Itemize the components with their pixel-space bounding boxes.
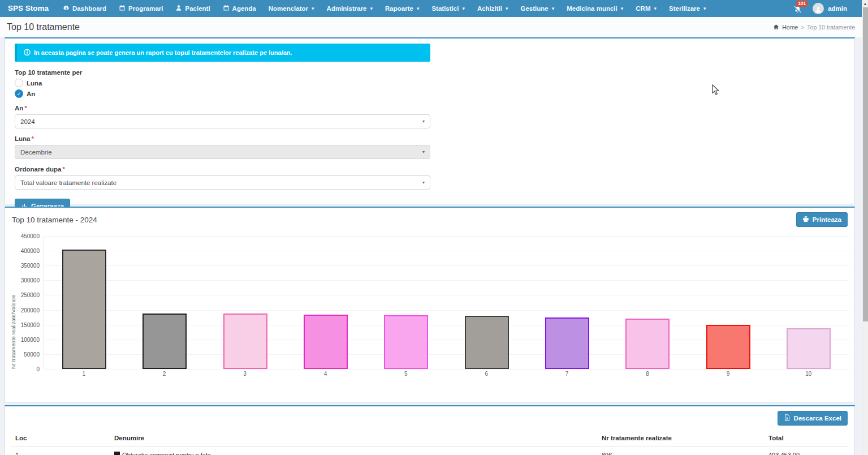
navbar-right: 101 admin [792, 0, 862, 17]
chevron-down-icon: ▾ [621, 6, 624, 11]
x-tick-label: 5 [366, 369, 446, 377]
nav-item-medicina-muncii[interactable]: Medicina muncii▾ [560, 0, 629, 17]
x-tick-label: 6 [446, 369, 526, 377]
chart-bar [62, 250, 106, 369]
info-alert: ⓘ In aceasta pagina se poate genera un r… [15, 44, 430, 62]
radio-an-control[interactable]: ✓ [15, 89, 23, 98]
chevron-down-icon: ▾ [703, 6, 706, 11]
luna-select: Decembrie ▾ [15, 145, 430, 159]
an-select[interactable]: 2024 ▾ [15, 114, 430, 128]
main-menu: DashboardProgramariPacientiAgendaNomencl… [57, 0, 792, 17]
nav-item-label: Dashboard [72, 5, 106, 12]
nav-item-label: CRM [636, 5, 650, 12]
calendar-icon [223, 5, 230, 12]
excel-file-icon [784, 414, 791, 422]
nav-item-label: Rapoarte [385, 5, 413, 12]
excel-button-label: Descarca Excel [794, 415, 841, 422]
x-tick-label: 10 [768, 369, 849, 377]
username: admin [828, 5, 847, 12]
chevron-down-icon: ▾ [654, 6, 657, 11]
page-scrollbar[interactable]: ▲ [862, 0, 868, 455]
breadcrumb: Home > Top 10 tratamente [773, 24, 855, 31]
chevron-down-icon: ▾ [462, 6, 465, 11]
page-title: Top 10 tratamente [7, 22, 80, 32]
user-icon [175, 5, 182, 12]
breadcrumb-home-link[interactable]: Home [782, 24, 798, 31]
chevron-down-icon: ▾ [417, 6, 420, 11]
bar-chart: Nr tratamente realizate/Valoare 05000010… [5, 230, 854, 369]
chart-bar [223, 314, 267, 369]
nav-item-agenda[interactable]: Agenda [217, 0, 262, 17]
y-tick-label: 300000 [21, 277, 40, 284]
nav-item-achizitii[interactable]: Achizitii▾ [471, 0, 515, 17]
series-color-swatch [114, 452, 120, 455]
chevron-down-icon: ▾ [422, 119, 425, 124]
ordonare-select[interactable]: Total valoare tratamente realizate ▾ [15, 175, 430, 190]
gridline [44, 369, 849, 370]
nav-item-dashboard[interactable]: Dashboard [57, 0, 113, 17]
radio-an[interactable]: ✓ An [15, 89, 430, 98]
chevron-down-icon: ▾ [552, 6, 555, 11]
chart-bar [465, 316, 509, 369]
nav-item-gestiune[interactable]: Gestiune▾ [515, 0, 561, 17]
notifications-button[interactable]: 101 [792, 0, 805, 17]
chevron-down-icon: ▾ [422, 149, 425, 154]
ordonare-select-value: Total valoare tratamente realizate [20, 179, 116, 186]
chart-bar [625, 319, 670, 369]
y-tick-label: 150000 [21, 321, 40, 328]
info-icon: ⓘ [24, 48, 31, 58]
nav-item-sterilizare[interactable]: Sterilizare▾ [663, 0, 712, 17]
column-header: Loc [11, 430, 110, 447]
x-tick-label: 9 [688, 369, 768, 377]
breadcrumb-current: Top 10 tratamente [807, 24, 855, 31]
chevron-down-icon: ▾ [312, 6, 314, 11]
y-tick-label: 0 [36, 366, 40, 372]
chart-bar [545, 317, 589, 369]
nav-item-nomenclator[interactable]: Nomenclator▾ [262, 0, 321, 17]
nav-item-statistici[interactable]: Statistici▾ [425, 0, 470, 17]
x-tick-label: 2 [124, 369, 204, 377]
chart-bar [304, 315, 348, 369]
nav-item-label: Achizitii [477, 5, 502, 12]
scrollbar-up-arrow[interactable]: ▲ [862, 0, 868, 7]
y-tick-label: 100000 [21, 336, 40, 342]
download-excel-button[interactable]: Descarca Excel [778, 411, 848, 426]
radio-an-label: An [27, 91, 35, 97]
radio-luna-label: Luna [27, 80, 42, 87]
nav-item-programari[interactable]: Programari [113, 0, 169, 17]
user-menu[interactable]: admin [813, 3, 847, 14]
content-header: Top 10 tratamente Home > Top 10 tratamen… [0, 17, 862, 37]
info-alert-text: In aceasta pagina se poate genera un rap… [34, 49, 292, 56]
app-brand[interactable]: SPS Stoma [0, 0, 57, 17]
avatar [813, 3, 824, 14]
results-table-panel: Descarca Excel LocDenumireNr tratamente … [5, 405, 855, 455]
column-header: Total [764, 430, 849, 447]
nav-item-rapoarte[interactable]: Rapoarte▾ [379, 0, 425, 17]
nav-item-administrare[interactable]: Administrare▾ [321, 0, 379, 17]
print-button[interactable]: Printeaza [796, 212, 848, 227]
cell-total: 403,453.00 [764, 447, 849, 455]
x-tick-label: 4 [285, 369, 365, 377]
nav-item-label: Nomenclator [269, 5, 308, 12]
chart-bar [706, 325, 750, 369]
y-tick-label: 250000 [21, 292, 40, 298]
scrollbar-thumb[interactable] [863, 7, 868, 321]
chart-panel: Top 10 tratamente - 2024 Printeaza Nr tr… [5, 207, 855, 402]
nav-item-label: Programari [128, 5, 163, 12]
radio-luna-control[interactable] [15, 79, 23, 87]
home-icon [773, 24, 779, 31]
nav-item-pacienti[interactable]: Pacienti [169, 0, 216, 17]
nav-item-label: Agenda [232, 5, 256, 12]
an-select-value: 2024 [20, 118, 35, 125]
y-tick-label: 200000 [21, 307, 40, 313]
radio-luna[interactable]: Luna [15, 79, 430, 87]
x-axis-labels: 12345678910 [44, 369, 849, 377]
chart-bar [787, 328, 831, 369]
cell-denumire: Obturatie compozit pentru o fata [110, 447, 597, 455]
y-tick-label: 50000 [24, 351, 40, 357]
cell-loc: 1 [11, 447, 110, 455]
nav-item-crm[interactable]: CRM▾ [629, 0, 663, 17]
y-axis-ticks: 0500001000001500002000002500003000003500… [18, 236, 44, 369]
chevron-down-icon: ▾ [422, 180, 425, 185]
y-axis-title: Nr tratamente realizate/Valoare [8, 236, 18, 369]
